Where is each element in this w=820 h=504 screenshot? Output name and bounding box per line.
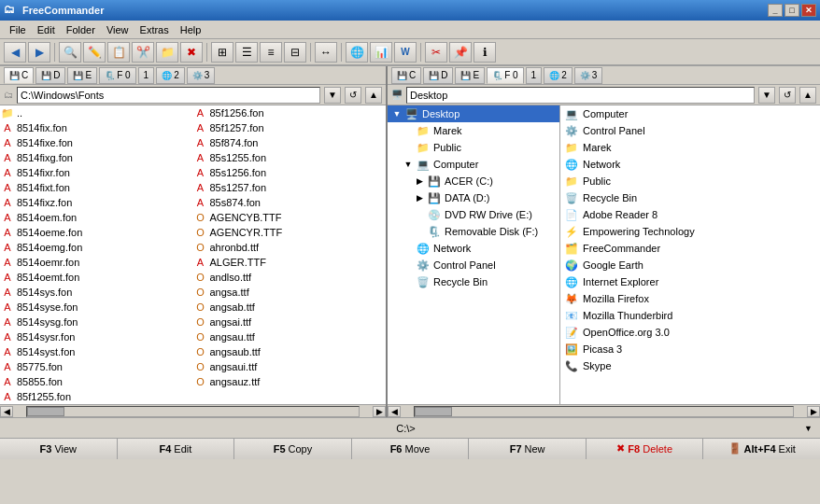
left-drive-3[interactable]: ⚙️3 xyxy=(187,67,216,84)
list-item[interactable]: 🗑️ Recycle Bin xyxy=(560,189,820,206)
list-item[interactable]: A 8514fixr.fon xyxy=(0,165,193,180)
list-item[interactable]: O AGENCYR.TTF xyxy=(193,225,387,240)
f6-move-button[interactable]: F6 Move xyxy=(352,439,470,459)
list-item[interactable]: O AGENCYB.TTF xyxy=(193,210,387,225)
list-item[interactable]: O angsa.ttf xyxy=(193,285,387,300)
left-hscroll-track[interactable] xyxy=(26,406,360,417)
tree-item-computer[interactable]: ▼ 💻 Computer xyxy=(388,156,559,173)
list-item[interactable]: A 8514fixz.fon xyxy=(0,195,193,210)
tree-item-dvd[interactable]: 💿 DVD RW Drive (E:) xyxy=(388,206,559,223)
left-hscroll-left[interactable]: ◀ xyxy=(0,406,13,417)
list-item[interactable]: A 85f1256.fon xyxy=(193,105,387,120)
list-button[interactable]: ≡ xyxy=(260,42,282,63)
right-drive-1[interactable]: 1 xyxy=(526,67,543,84)
left-addr-go[interactable]: ▼ xyxy=(324,87,341,104)
right-hscroll-right[interactable]: ▶ xyxy=(807,406,820,417)
list-item[interactable]: A 8514oeme.fon xyxy=(0,225,193,240)
f3-view-button[interactable]: F3 View xyxy=(0,439,118,459)
right-hscroll-left[interactable]: ◀ xyxy=(388,406,401,417)
list-item[interactable]: A 8514fixe.fon xyxy=(0,135,193,150)
tree-item-marek[interactable]: 📁 Marek xyxy=(388,122,559,139)
prog-button[interactable]: 📊 xyxy=(370,42,392,63)
list-item[interactable]: O angsau.ttf xyxy=(193,329,387,344)
list-item[interactable]: A 8514sys.fon xyxy=(0,285,193,300)
right-address-input[interactable] xyxy=(406,87,755,104)
list-item[interactable]: 📁 Marek xyxy=(560,139,820,156)
list-item[interactable]: ⚙️ Control Panel xyxy=(560,122,820,139)
list-item[interactable]: ⚡ Empowering Technology xyxy=(560,223,820,240)
tree-item-acer[interactable]: ▶ 💾 ACER (C:) xyxy=(388,173,559,189)
view-button[interactable]: 🔍 xyxy=(59,42,81,63)
menu-file[interactable]: File xyxy=(4,22,32,37)
list-item[interactable]: A 85s1255.fon xyxy=(193,150,387,165)
tree-item-recycle[interactable]: 🗑️ Recycle Bin xyxy=(388,273,559,290)
list-item[interactable]: A 8514sysg.fon xyxy=(0,315,193,329)
paste-button[interactable]: 📌 xyxy=(449,42,472,63)
list-item[interactable]: 📄 Adobe Reader 8 xyxy=(560,206,820,223)
right-addr-refresh[interactable]: ↺ xyxy=(779,87,796,104)
list-item[interactable]: A 8514fixg.fon xyxy=(0,150,193,165)
move-button[interactable]: ✂️ xyxy=(132,42,154,63)
right-hscroll-thumb[interactable] xyxy=(415,407,452,416)
list-item[interactable]: O angsab.ttf xyxy=(193,300,387,315)
right-drive-2[interactable]: 🌐2 xyxy=(544,67,573,84)
f8-delete-button[interactable]: ✖ F8 Delete xyxy=(587,439,704,459)
list-item[interactable]: 🗂️ FreeCommander xyxy=(560,240,820,257)
list-item[interactable]: 🌍 Google Earth xyxy=(560,257,820,273)
menu-view[interactable]: View xyxy=(101,22,134,37)
left-addr-refresh[interactable]: ↺ xyxy=(345,87,361,104)
props-button[interactable]: ℹ xyxy=(474,42,496,63)
edit-button[interactable]: ✏️ xyxy=(83,42,106,63)
left-drive-f[interactable]: 🗜️F 0 xyxy=(99,67,135,84)
detail-button[interactable]: ⊟ xyxy=(284,42,306,63)
left-addr-up[interactable]: ▲ xyxy=(365,87,382,104)
right-hscroll-track[interactable] xyxy=(414,406,794,417)
left-drive-e[interactable]: 💾E xyxy=(67,67,97,84)
right-addr-go[interactable]: ▼ xyxy=(758,87,775,104)
list-item[interactable]: A 85s874.fon xyxy=(193,195,387,210)
list-item[interactable]: A 8514oemr.fon xyxy=(0,255,193,270)
cut-button[interactable]: ✂ xyxy=(425,42,447,63)
list-item[interactable]: A 8514fixt.fon xyxy=(0,180,193,195)
list-item[interactable]: O angsaub.ttf xyxy=(193,344,387,359)
minimize-button[interactable]: _ xyxy=(768,4,783,17)
list-item[interactable]: 📁 Public xyxy=(560,173,820,189)
left-drive-1[interactable]: 1 xyxy=(138,67,155,84)
left-drive-c[interactable]: 💾C xyxy=(4,67,34,84)
view2-button[interactable]: ☰ xyxy=(235,42,258,63)
right-drive-f[interactable]: 🗜️F 0 xyxy=(487,67,523,84)
menu-extras[interactable]: Extras xyxy=(134,22,175,37)
list-item[interactable]: A 85f874.fon xyxy=(193,135,387,150)
tree-item-removable[interactable]: 🗜️ Removable Disk (F:) xyxy=(388,223,559,240)
left-drive-2[interactable]: 🌐2 xyxy=(156,67,185,84)
list-item[interactable]: O angsaui.ttf xyxy=(193,359,387,374)
list-item[interactable]: A 85775.fon xyxy=(0,359,193,374)
tree-item-controlpanel[interactable]: ⚙️ Control Panel xyxy=(388,257,559,273)
copy-button[interactable]: 📋 xyxy=(107,42,130,63)
list-item[interactable]: 📧 Mozilla Thunderbird xyxy=(560,307,820,324)
list-item[interactable]: 🌐 Internet Explorer xyxy=(560,273,820,290)
list-item[interactable]: A 85855.fon xyxy=(0,374,193,389)
back-button[interactable]: ◀ xyxy=(4,42,26,63)
delete-button[interactable]: ✖ xyxy=(180,42,203,63)
list-item[interactable]: 🦊 Mozilla Firefox xyxy=(560,290,820,307)
menu-edit[interactable]: Edit xyxy=(32,22,61,37)
list-item[interactable]: O ahronbd.ttf xyxy=(193,240,387,255)
right-drive-d[interactable]: 💾D xyxy=(423,67,453,84)
left-hscroll-right[interactable]: ▶ xyxy=(373,406,386,417)
tree-item-data[interactable]: ▶ 💾 DATA (D:) xyxy=(388,189,559,206)
net-button[interactable]: 🌐 xyxy=(346,42,368,63)
f7-new-button[interactable]: F7 New xyxy=(469,439,587,459)
list-item[interactable]: A 8514oemt.fon xyxy=(0,270,193,285)
list-item[interactable]: 📁 .. xyxy=(0,105,193,120)
list-item[interactable]: A 85f1255.fon xyxy=(0,389,193,404)
altf4-exit-button[interactable]: 🚪 Alt+F4 Exit xyxy=(703,439,820,459)
dropdown-arrow[interactable]: ▼ xyxy=(804,424,813,433)
list-item[interactable]: 📞 Skype xyxy=(560,357,820,374)
tree-item-public[interactable]: 📁 Public xyxy=(388,139,559,156)
right-drive-e[interactable]: 💾E xyxy=(455,67,485,84)
left-hscroll-thumb[interactable] xyxy=(27,407,64,416)
right-addr-up[interactable]: ▲ xyxy=(799,87,816,104)
list-item[interactable]: 📝 OpenOffice.org 3.0 xyxy=(560,324,820,341)
left-drive-d[interactable]: 💾D xyxy=(35,67,65,84)
